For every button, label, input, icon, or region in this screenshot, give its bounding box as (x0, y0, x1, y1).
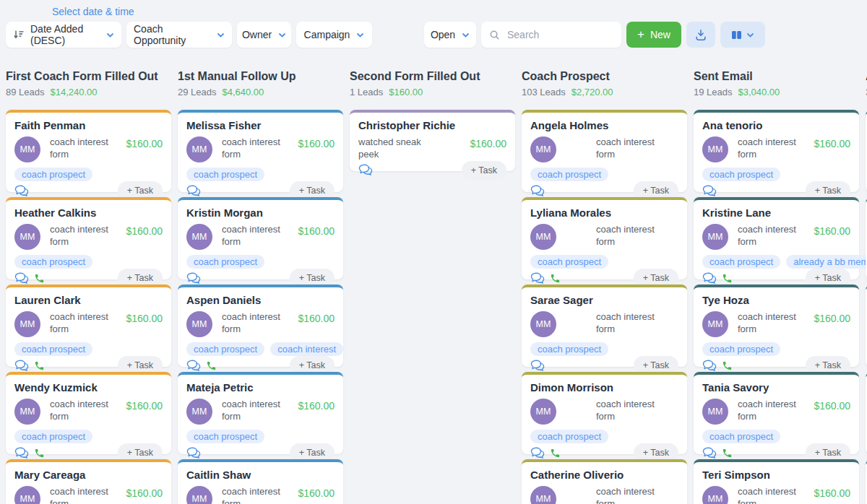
opportunity-card[interactable]: Aspen DanielsMMcoach interest form$160.0… (178, 284, 343, 367)
opportunity-card[interactable]: Lyliana MoralesMMcoach interest formcoac… (522, 197, 687, 279)
opportunity-card[interactable]: Heather CalkinsMMcoach interest form$160… (6, 197, 171, 279)
contact-name: Tye Hoza (702, 294, 850, 306)
phone-icon[interactable] (34, 360, 45, 371)
tag-pill: coach prospect (14, 255, 92, 269)
chat-icon[interactable] (186, 447, 201, 459)
search-box (481, 22, 621, 48)
opportunity-card[interactable]: Mateja PetricMMcoach interest form$160.0… (178, 372, 343, 454)
phone-icon[interactable] (34, 273, 45, 284)
contact-name: Tania Savory (702, 381, 850, 394)
chat-icon[interactable] (14, 272, 29, 284)
chat-icon[interactable] (14, 447, 29, 459)
select-date-time-link[interactable]: Select date & time (52, 6, 134, 17)
action-icons (14, 272, 45, 284)
card-detail-row: MMcoach interest form$160.00 (14, 311, 163, 337)
phone-icon[interactable] (550, 273, 561, 284)
opportunity-card[interactable]: Mary CareagaMMcoach interest form$160.00… (6, 459, 171, 504)
avatar: MM (186, 399, 212, 425)
chat-icon[interactable] (530, 447, 545, 459)
chat-icon[interactable] (702, 185, 717, 197)
contact-name: Kristine Lane (702, 207, 850, 219)
opportunity-source: watched sneak peek (358, 136, 435, 161)
chat-icon[interactable] (186, 185, 201, 197)
phone-icon[interactable] (34, 448, 45, 459)
campaign-filter-dropdown[interactable]: Campaign (296, 22, 372, 48)
card-detail-row: MMcoach interest form (530, 224, 678, 250)
column-header: Second Form Filled Out1 Leads$160.00 (350, 69, 515, 110)
chat-icon[interactable] (530, 360, 545, 372)
card-detail-row: MMcoach interest form$160.00 (186, 136, 335, 162)
opportunity-card[interactable]: Kristin MorganMMcoach interest form$160.… (178, 197, 343, 279)
new-button[interactable]: + New (626, 22, 681, 48)
phone-icon[interactable] (206, 360, 217, 371)
chat-icon[interactable] (530, 185, 545, 197)
card-list: Ana tenorioMMcoach interest form$160.00c… (694, 110, 859, 504)
opportunity-card[interactable]: Angela HolmesMMcoach interest formcoach … (522, 110, 687, 192)
opportunity-source: coach interest form (222, 224, 298, 248)
tag-pill-row: coach prospect (530, 255, 678, 269)
board-view-toggle[interactable] (720, 22, 765, 48)
chevron-down-icon (106, 32, 114, 38)
chat-icon[interactable] (530, 272, 545, 284)
opportunity-card[interactable]: Melissa FisherMMcoach interest form$160.… (178, 110, 343, 192)
tag-pill: coach prospect (702, 168, 780, 181)
status-filter-dropdown[interactable]: Open (424, 22, 476, 48)
chat-icon[interactable] (14, 185, 29, 197)
add-task-button[interactable]: + Task (462, 161, 506, 180)
opportunity-card[interactable]: Lauren ClarkMMcoach interest form$160.00… (6, 284, 171, 367)
chat-icon[interactable] (702, 447, 717, 459)
tag-pill: coach prospect (186, 255, 264, 269)
card-detail-row: MMcoach interest form$160.00 (14, 486, 163, 504)
opportunity-card[interactable]: Caitlin ShawMMcoach interest form$160.00… (178, 459, 343, 504)
opportunity-card[interactable]: Ana tenorioMMcoach interest form$160.00c… (694, 110, 859, 192)
chat-icon[interactable] (186, 272, 201, 284)
new-button-label: New (650, 29, 670, 40)
contact-name: Mateja Petric (186, 381, 335, 394)
pipeline-board: First Coach Form Filled Out89 Leads$14,2… (0, 69, 867, 504)
column-header: First Coach Form Filled Out89 Leads$14,2… (6, 69, 171, 110)
chat-icon[interactable] (702, 272, 717, 284)
opportunity-card[interactable]: Sarae SagerMMcoach interest formcoach pr… (522, 284, 687, 367)
search-input[interactable] (506, 28, 613, 41)
owner-filter-dropdown[interactable]: Owner (237, 22, 291, 48)
opportunity-card[interactable]: Catherine OliverioMMcoach interest formc… (522, 459, 687, 504)
opportunity-card[interactable]: Faith PenmanMMcoach interest form$160.00… (6, 110, 171, 192)
contact-name: Aspen Daniels (186, 294, 335, 306)
card-detail-row: MMcoach interest form$160.00 (186, 311, 335, 337)
column-title: Sent Email (694, 70, 859, 83)
opportunity-card[interactable]: Dimon MorrisonMMcoach interest formcoach… (522, 372, 687, 454)
action-icons (186, 447, 201, 459)
card-detail-row: watched sneak peek$160.00 (358, 136, 506, 161)
tag-pill-row: coach prospect (530, 168, 678, 181)
contact-name: Dimon Morrison (530, 381, 678, 394)
tag-pill-row: coach prospect (186, 168, 335, 181)
action-icons (530, 272, 561, 284)
phone-icon[interactable] (722, 360, 733, 371)
opportunity-card[interactable]: Tye HozaMMcoach interest form$160.00coac… (694, 284, 859, 367)
opportunity-card[interactable]: Wendy KuzmickMMcoach interest form$160.0… (6, 372, 171, 454)
chat-icon[interactable] (358, 164, 373, 176)
avatar: MM (702, 486, 728, 504)
opportunity-card[interactable]: Christopher Richiewatched sneak peek$160… (350, 110, 515, 171)
opportunity-value: $160.00 (814, 399, 850, 412)
action-icons (14, 360, 45, 372)
phone-icon[interactable] (722, 273, 733, 284)
phone-icon[interactable] (550, 448, 561, 459)
opportunity-filter-dropdown[interactable]: Coach Opportunity (126, 22, 232, 48)
opportunity-card[interactable]: Teri SimpsonMMcoach interest form$160.00… (694, 459, 859, 504)
action-icons (186, 185, 201, 197)
phone-icon[interactable] (722, 448, 733, 459)
column-total-value: $4,640.00 (223, 87, 264, 97)
opportunity-card[interactable]: Kristine LaneMMcoach interest form$160.0… (694, 197, 859, 279)
card-detail-row: MMcoach interest form$160.00 (702, 486, 850, 504)
tag-pill-row: coach prospect (14, 342, 163, 356)
chat-icon[interactable] (186, 360, 201, 372)
opportunity-source: coach interest form (50, 224, 126, 248)
export-button[interactable] (686, 22, 715, 48)
chat-icon[interactable] (14, 360, 29, 372)
column-total-value: $2,720.00 (571, 87, 613, 97)
opportunity-card[interactable]: Tania SavoryMMcoach interest form$160.00… (694, 372, 859, 454)
column-header: Coach Prospect103 Leads$2,720.00 (522, 69, 687, 110)
chat-icon[interactable] (702, 360, 717, 372)
sort-dropdown[interactable]: Date Added (DESC) (6, 22, 121, 48)
